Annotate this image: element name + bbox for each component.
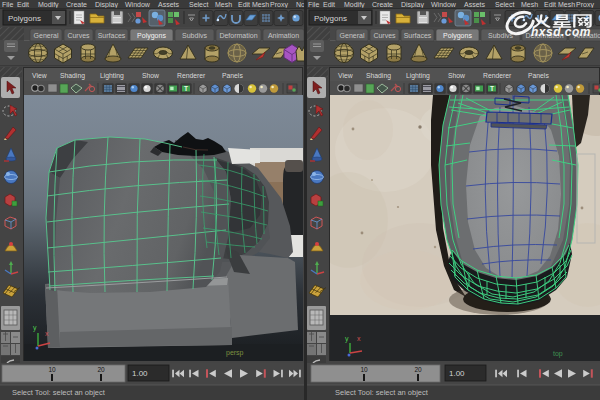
svg-text:Modify: Modify: [344, 1, 365, 9]
svg-text:Polygons: Polygons: [443, 32, 472, 40]
svg-text:Create: Create: [66, 1, 87, 8]
svg-text:Lighting: Lighting: [100, 72, 124, 80]
svg-text:Select: Select: [189, 1, 209, 8]
svg-text:Panels: Panels: [528, 72, 549, 79]
svg-text:Edit Mesh: Edit Mesh: [544, 1, 575, 8]
svg-text:Mesh: Mesh: [521, 1, 538, 8]
svg-text:y: y: [345, 335, 349, 343]
svg-text:View: View: [32, 72, 47, 79]
svg-text:Show: Show: [448, 72, 465, 79]
svg-text:Select Tool: select an object: Select Tool: select an object: [12, 388, 106, 397]
svg-text:File: File: [308, 1, 319, 8]
svg-text:Display: Display: [95, 1, 118, 9]
svg-text:Show: Show: [142, 72, 159, 79]
svg-text:Display: Display: [401, 1, 424, 9]
svg-text:Shading: Shading: [60, 72, 85, 80]
svg-text:1.00: 1.00: [449, 369, 465, 378]
svg-text:top: top: [553, 350, 563, 358]
svg-text:Edit Mesh: Edit Mesh: [238, 1, 269, 8]
svg-text:Polygons: Polygons: [8, 14, 41, 23]
svg-text:10: 10: [360, 366, 368, 373]
svg-text:Polygons: Polygons: [314, 14, 347, 23]
svg-text:Renderer: Renderer: [177, 72, 206, 79]
svg-text:1.00: 1.00: [132, 369, 148, 378]
svg-text:Curves: Curves: [373, 32, 396, 39]
svg-text:Window: Window: [125, 1, 151, 8]
svg-text:x: x: [45, 330, 49, 337]
svg-text:Animation: Animation: [268, 32, 299, 39]
svg-text:T: T: [184, 85, 188, 92]
svg-text:Create: Create: [372, 1, 393, 8]
svg-text:File: File: [2, 1, 13, 8]
svg-text:Subdivs: Subdivs: [182, 32, 207, 39]
svg-text:persp: persp: [226, 349, 244, 357]
svg-text:View: View: [338, 72, 353, 79]
svg-text:Surfaces: Surfaces: [404, 32, 432, 39]
svg-text:hxsd.com: hxsd.com: [531, 25, 591, 39]
svg-text:Modify: Modify: [38, 1, 59, 9]
svg-text:Mesh: Mesh: [215, 1, 232, 8]
svg-text:Assets: Assets: [464, 1, 486, 8]
svg-text:General: General: [34, 32, 59, 39]
svg-text:Edit: Edit: [17, 1, 29, 8]
svg-text:Select Tool: select an object: Select Tool: select an object: [335, 388, 429, 397]
svg-text:y: y: [33, 324, 37, 332]
svg-text:Window: Window: [431, 1, 457, 8]
svg-text:Surfaces: Surfaces: [98, 32, 126, 39]
svg-text:Curves: Curves: [67, 32, 90, 39]
svg-text:Polygons: Polygons: [137, 32, 166, 40]
svg-text:Proxy: Proxy: [576, 1, 594, 9]
svg-text:20: 20: [414, 366, 422, 373]
svg-text:General: General: [340, 32, 365, 39]
svg-text:Panels: Panels: [222, 72, 243, 79]
svg-text:Select: Select: [495, 1, 515, 8]
svg-text:20: 20: [97, 366, 105, 373]
svg-text:10: 10: [48, 366, 56, 373]
svg-text:Lighting: Lighting: [406, 72, 430, 80]
svg-text:Edit: Edit: [323, 1, 335, 8]
svg-text:Deformation: Deformation: [219, 32, 257, 39]
svg-text:Shading: Shading: [366, 72, 391, 80]
svg-text:x: x: [357, 335, 361, 342]
svg-text:T: T: [490, 85, 494, 92]
svg-text:Renderer: Renderer: [483, 72, 512, 79]
svg-text:Assets: Assets: [158, 1, 180, 8]
svg-text:Proxy: Proxy: [270, 1, 288, 9]
